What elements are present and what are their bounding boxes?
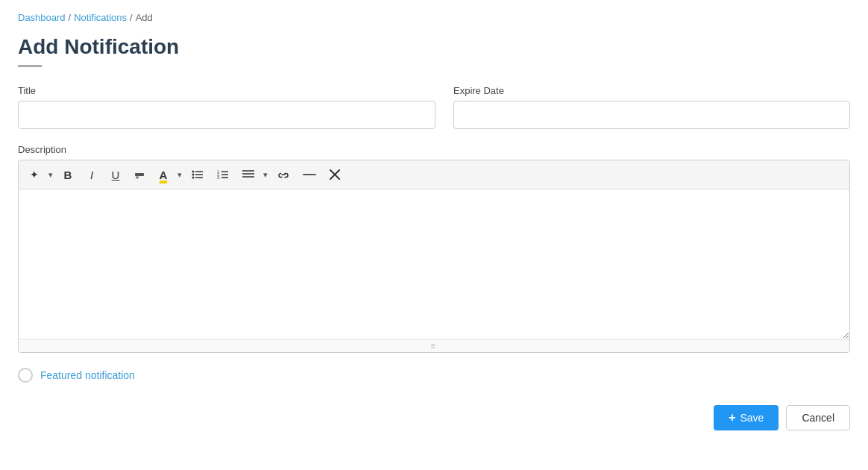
- magic-dropdown[interactable]: ▾: [46, 163, 55, 186]
- title-divider: [18, 65, 42, 67]
- description-editor[interactable]: [19, 189, 849, 339]
- breadcrumb-sep2: /: [130, 12, 133, 23]
- svg-point-3: [192, 177, 195, 179]
- expire-date-input[interactable]: [453, 101, 850, 129]
- editor-resize-handle[interactable]: ≡: [19, 339, 849, 352]
- editor-toolbar: ✦ ▾ B I U A ▾: [19, 160, 849, 189]
- italic-button[interactable]: I: [81, 163, 103, 186]
- featured-radio[interactable]: [18, 368, 33, 383]
- breadcrumb-add: Add: [136, 12, 153, 23]
- expire-date-label: Expire Date: [453, 85, 850, 96]
- plus-icon: +: [729, 411, 735, 424]
- svg-text:3.: 3.: [217, 175, 220, 180]
- svg-point-2: [192, 174, 195, 176]
- eraser-button[interactable]: [128, 163, 151, 186]
- expire-date-field-group: Expire Date: [453, 85, 850, 129]
- resize-dots-icon: ≡: [431, 342, 437, 350]
- breadcrumb: Dashboard / Notifications / Add: [18, 12, 850, 23]
- magic-group: ✦ ▾: [23, 163, 55, 186]
- ordered-list-button[interactable]: 1. 2. 3.: [211, 163, 235, 186]
- highlight-group: A ▾: [152, 163, 184, 186]
- align-group: ▾: [236, 163, 270, 186]
- featured-label: Featured notification: [40, 369, 135, 381]
- featured-notification-row: Featured notification: [18, 368, 850, 383]
- breadcrumb-sep1: /: [69, 12, 72, 23]
- align-button[interactable]: [236, 163, 260, 186]
- title-expire-row: Title Expire Date: [18, 85, 850, 129]
- svg-point-1: [192, 171, 195, 173]
- svg-rect-0: [135, 173, 144, 176]
- description-label: Description: [18, 144, 850, 155]
- clear-format-button[interactable]: [324, 163, 346, 186]
- description-section: Description ✦ ▾ B I U A: [18, 144, 850, 353]
- bullet-list-button[interactable]: [186, 163, 210, 186]
- save-label: Save: [740, 412, 764, 424]
- underline-button[interactable]: U: [104, 163, 127, 186]
- breadcrumb-notifications[interactable]: Notifications: [74, 12, 127, 23]
- hr-button[interactable]: [297, 163, 322, 186]
- bold-button[interactable]: B: [57, 163, 79, 186]
- title-field-group: Title: [18, 85, 435, 129]
- magic-button[interactable]: ✦: [23, 163, 45, 186]
- save-button[interactable]: + Save: [714, 405, 779, 430]
- page-title: Add Notification: [18, 35, 850, 59]
- highlight-button[interactable]: A: [152, 163, 174, 186]
- cancel-button[interactable]: Cancel: [786, 405, 850, 430]
- title-input[interactable]: [18, 101, 435, 129]
- highlight-dropdown[interactable]: ▾: [175, 163, 184, 186]
- link-button[interactable]: [271, 163, 295, 186]
- editor-wrapper: ✦ ▾ B I U A ▾: [18, 160, 850, 353]
- form-actions: + Save Cancel: [18, 405, 850, 430]
- breadcrumb-dashboard[interactable]: Dashboard: [18, 12, 66, 23]
- align-dropdown[interactable]: ▾: [261, 163, 270, 186]
- title-label: Title: [18, 85, 435, 96]
